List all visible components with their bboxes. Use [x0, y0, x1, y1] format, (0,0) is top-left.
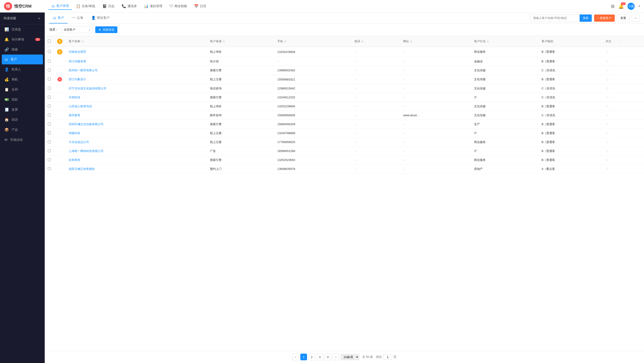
sidebar-item-payments[interactable]: 💵 回款: [0, 94, 45, 105]
customer-name-link[interactable]: 济宁济水源文化旅游有限公司: [69, 87, 106, 90]
level-value: B（普通客: [542, 149, 555, 153]
customer-name-link[interactable]: 深圳抖澜文化传媒有限公司: [69, 122, 104, 126]
sidebar-item-contacts[interactable]: 👤 联系人: [0, 64, 45, 74]
row-checkbox[interactable]: [48, 149, 51, 152]
sidebar-item-contracts[interactable]: 📋 合同: [0, 84, 45, 94]
row-checkbox[interactable]: [48, 87, 51, 90]
sidebar-item-marketing[interactable]: ✉ 市场活动: [0, 135, 45, 145]
customer-name-link[interactable]: 卡夫化妆品公司: [69, 140, 89, 144]
customer-name-link[interactable]: 浙江印象设计: [69, 77, 86, 81]
row-checkbox[interactable]: [48, 96, 51, 99]
star-icon[interactable]: ☆: [606, 158, 609, 162]
row-checkbox[interactable]: [48, 167, 51, 170]
star-icon[interactable]: ☆: [606, 113, 609, 117]
filter-select[interactable]: 全部客户 ▾: [61, 26, 92, 33]
th-website[interactable]: 网址 ⇅: [400, 36, 471, 47]
nav-item-projects[interactable]: 📊 项目管理: [141, 3, 166, 9]
page-btn-4[interactable]: 4: [324, 354, 331, 360]
notification-bell[interactable]: 🔔 27: [618, 3, 624, 9]
nav-item-tasks[interactable]: 📋 任务/审批: [73, 3, 98, 9]
star-icon[interactable]: ☆: [606, 50, 609, 54]
new-customer-button[interactable]: + 新建客户: [594, 14, 614, 22]
nav-item-calendar[interactable]: 📅 日历: [191, 3, 209, 9]
customer-name-link[interactable]: 洛阳天侧正灿售楼处: [69, 167, 95, 171]
star-icon[interactable]: ☆: [606, 95, 609, 99]
th-source[interactable]: 客户来源 ⇅: [207, 36, 274, 47]
star-icon[interactable]: ☆: [606, 122, 609, 126]
user-dropdown-caret[interactable]: ▼: [638, 5, 640, 7]
sidebar-label-dashboard: 仪表盘: [12, 27, 21, 31]
customer-name-link[interactable]: 郑州得一教育有限公司: [69, 69, 98, 72]
customer-name-link[interactable]: 坤建科技: [69, 131, 80, 135]
page-btn-1[interactable]: 1: [300, 354, 307, 360]
more-button[interactable]: ···: [632, 14, 640, 22]
search-input[interactable]: [530, 15, 580, 21]
customer-name-link[interactable]: 河南创达商贸: [69, 50, 86, 53]
customer-name-link[interactable]: 领学教育: [69, 114, 80, 117]
row-star-cell: ☆: [602, 111, 614, 120]
star-icon[interactable]: ☆: [606, 86, 609, 90]
star-icon[interactable]: ☆: [606, 149, 609, 153]
page-size-select[interactable]: 15条/页 20条/页 50条/页: [340, 354, 359, 360]
th-mobile[interactable]: 手机 ⇅: [274, 36, 351, 47]
sidebar-item-business[interactable]: 💰 商机: [0, 74, 45, 84]
nav-item-customers[interactable]: 🗂 客户管理: [48, 3, 72, 10]
star-icon[interactable]: ☆: [606, 59, 609, 63]
sidebar-item-products[interactable]: 📦 产品: [0, 125, 45, 135]
user-avatar[interactable]: 小惠: [628, 3, 634, 10]
star-icon[interactable]: ☆: [606, 167, 609, 171]
row-checkbox[interactable]: [48, 69, 51, 71]
level-value: B（普通客: [542, 77, 555, 81]
sidebar-item-leads[interactable]: 🔗 线索: [0, 44, 45, 54]
nav-label-projects: 项目管理: [150, 4, 162, 8]
page-prev-button[interactable]: ‹: [292, 354, 299, 360]
row-checkbox[interactable]: [48, 122, 51, 125]
th-name[interactable]: 客户名称 ⇅: [66, 36, 207, 47]
nav-item-bi[interactable]: 🛡 商业智能: [166, 3, 190, 9]
customer-name-link[interactable]: 心田成人教育培训: [69, 105, 92, 108]
select-all-checkbox[interactable]: [48, 39, 51, 42]
reset-button[interactable]: 查重: [617, 14, 630, 22]
row-checkbox[interactable]: [48, 131, 51, 134]
grid-icon[interactable]: ⊞: [611, 3, 615, 9]
row-checkbox[interactable]: [48, 77, 51, 80]
sidebar-item-dashboard[interactable]: 📊 仪表盘: [0, 24, 45, 34]
page-btn-3[interactable]: 3: [316, 354, 323, 360]
advanced-filter-button[interactable]: ▼ 高级筛选: [95, 26, 118, 33]
row-checkbox[interactable]: [48, 50, 51, 53]
row-checkbox[interactable]: [48, 114, 51, 116]
nav-item-contacts-book[interactable]: 📞 通讯录: [118, 3, 140, 9]
th-industry[interactable]: 客户行业 ⇅: [471, 36, 538, 47]
sub-tab-customers[interactable]: 🗂 客户: [49, 13, 68, 23]
sidebar-item-revisit[interactable]: 🏠 回访: [0, 115, 45, 125]
sidebar-item-todos[interactable]: 🔔 待办事项 25: [0, 34, 45, 44]
nav-item-journal[interactable]: 📓 日志: [99, 3, 118, 9]
star-icon[interactable]: ☆: [606, 68, 609, 72]
quick-create-button[interactable]: 快速创建 ＋: [0, 12, 45, 24]
search-button[interactable]: 搜索: [580, 14, 592, 22]
page-btn-2[interactable]: 2: [308, 354, 315, 360]
th-resize[interactable]: ⋮: [614, 36, 644, 47]
customer-name-link[interactable]: 天明科技: [69, 96, 80, 99]
row-checkbox[interactable]: [48, 60, 51, 63]
star-icon[interactable]: ☆: [606, 131, 609, 135]
star-icon[interactable]: ☆: [606, 140, 609, 144]
row-checkbox[interactable]: [48, 105, 51, 107]
row-check-cell: [45, 138, 54, 147]
page-next-button[interactable]: ›: [332, 354, 339, 360]
star-icon[interactable]: ☆: [606, 77, 609, 81]
row-checkbox[interactable]: [48, 158, 51, 161]
website-dash: --: [403, 96, 405, 99]
sub-tab-nearby[interactable]: 👤 附近客户: [88, 12, 113, 23]
sidebar-item-customers[interactable]: 🗂 客户: [2, 54, 43, 64]
row-name-cell: 心田成人教育培训: [66, 102, 207, 111]
customer-name-link[interactable]: 浙江钟建券商: [69, 60, 86, 63]
sub-tab-public-sea[interactable]: 〰 公海: [68, 13, 87, 23]
row-checkbox[interactable]: [48, 140, 51, 143]
page-jump-input[interactable]: [383, 354, 392, 360]
customer-name-link[interactable]: 上海唯一网络科技有限公司: [69, 149, 104, 153]
sidebar-item-invoices[interactable]: 🧾 发票: [0, 105, 45, 115]
th-phone[interactable]: 电话 ⇅: [351, 36, 400, 47]
star-icon[interactable]: ☆: [606, 104, 609, 108]
customer-name-link[interactable]: 友和商务: [69, 158, 80, 162]
